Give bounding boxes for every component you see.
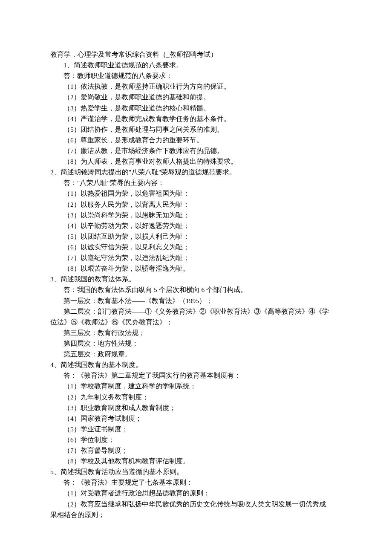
answer-4: 答：《教育法》第二章规定了我国实行的教育基本制度有： <box>50 370 342 381</box>
answer-2: 答："八荣八耻"荣辱的主要内容： <box>50 177 342 188</box>
answer-1-item-7: （7）廉洁从教，是市场经济条件下教师应有的品德。 <box>50 145 342 156</box>
answer-1-item-2: （2）爱岗敬业，是教师职业道德的基础和前提。 <box>50 92 342 102</box>
answer-5: 答：《教育法》主要规定了七条基本原则： <box>50 477 342 488</box>
answer-4-item-6: （6）学位制度； <box>50 434 342 445</box>
answer-2-item-2: （2）以服务人民为荣，以背离人民为耻； <box>50 199 342 210</box>
answer-3-line-2: 第二层次：部门教育法——①《义务教育法》②《职业教育法》③《高等教育法》④《学 <box>50 306 342 317</box>
answer-3-line-5: 第四层次：地方性法规； <box>50 338 342 349</box>
answer-1-item-1: （1）依法执教，是教师坚持正确职业行为方向的保证。 <box>50 81 342 92</box>
answer-4-item-4: （4）国家教育考试制度； <box>50 413 342 424</box>
answer-1-item-6: （6）尊重家长，是形成教育合力的重要环节。 <box>50 135 342 145</box>
answer-2-item-3: （3）以崇尚科学为荣，以愚昧无知为耻； <box>50 210 342 220</box>
answer-2-item-5: （5）以团结互助为荣，以损人利己为耻； <box>50 231 342 242</box>
answer-4-item-3: （3）职业教育制度和成人教育制度； <box>50 402 342 413</box>
answer-4-item-2: （2）九年制义务教育制度； <box>50 392 342 402</box>
answer-1: 答：教师职业道德规范的八条要求： <box>50 70 342 81</box>
answer-5-line-1: （1）对受教育者进行政治思想品德教育的原则； <box>50 488 342 498</box>
answer-3-line-6: 第五层次：政府规章。 <box>50 349 342 359</box>
answer-1-item-5: （5）团结协作，是教师处理与同事之间关系的准则。 <box>50 124 342 135</box>
answer-2-item-7: （7）以遵纪守法为荣，以违法乱纪为耻； <box>50 252 342 263</box>
answer-2-item-1: （1）以热爱祖国为荣，以危害祖国为耻； <box>50 188 342 199</box>
question-1: 1、简述教师职业道德规范的八条要求。 <box>50 60 342 70</box>
answer-2-item-6: （6）以诚实守信为荣，以见利忘义为耻； <box>50 242 342 252</box>
content-container: 1、简述教师职业道德规范的八条要求。答：教师职业道德规范的八条要求：（1）依法执… <box>50 60 342 520</box>
answer-1-item-4: （4）严谨治学，是教师完成教育教学任务的基本条件。 <box>50 113 342 124</box>
answer-1-item-3: （3）热爱学生，是教师职业道德的核心和精髓。 <box>50 103 342 113</box>
answer-5-line-2: （2）教育应当继承和弘扬中华民族优秀的历史文化传统与吸收人类文明发展一切优秀成 <box>50 499 342 509</box>
document-page: 教育学，心理学及常考常识综合资料（_教师招聘考试） 1、简述教师职业道德规范的八… <box>0 0 392 546</box>
question-2: 2、简述胡锦涛同志提出的"八荣八耻"荣辱观的道德规范要求。 <box>50 167 342 177</box>
question-3: 3、简述我国的教育法体系。 <box>50 274 342 284</box>
answer-4-item-1: （1）学校教育制度，建立科学的学制系统； <box>50 381 342 391</box>
question-5: 5、简述我国教育活动应当遵循的基本原则。 <box>50 466 342 477</box>
answer-3: 答：我国的教育法体系由纵向 5 个层次和横向 6 个部门构成。 <box>50 284 342 295</box>
question-4: 4、简述我国教育的基本制度。 <box>50 359 342 370</box>
answer-3-line-4: 第三层次：教育行政法规； <box>50 327 342 338</box>
answer-4-item-5: （5）学业证书制度； <box>50 424 342 434</box>
answer-1-item-8: （8）为人师表，是教育事业对教师人格提出的特殊要求。 <box>50 156 342 167</box>
answer-4-item-8: （8）学校及其他教育机构教育评估制度。 <box>50 456 342 466</box>
answer-2-item-4: （4）以辛勤劳动为荣，以好逸恶劳为耻； <box>50 220 342 231</box>
answer-4-item-7: （7）教育督导制度； <box>50 445 342 456</box>
doc-title: 教育学，心理学及常考常识综合资料（_教师招聘考试） <box>50 49 342 60</box>
answer-5-line-3: 果相结合的原则； <box>50 509 342 520</box>
answer-2-item-8: （8）以艰苦奋斗为荣，以骄奢淫逸为耻。 <box>50 263 342 274</box>
answer-3-line-3: 位法》⑤《教师法》⑥《民办教育法》； <box>50 317 342 327</box>
answer-3-line-1: 第一层次：教育基本法——《教育法》（1995）； <box>50 295 342 306</box>
